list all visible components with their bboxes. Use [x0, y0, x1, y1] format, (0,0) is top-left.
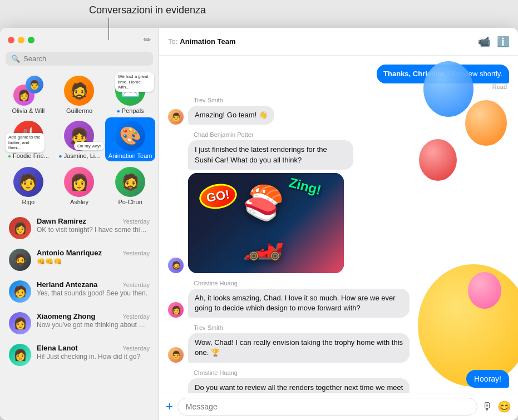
- msg-row-christine2: 👩 Do you want to review all the renders …: [168, 378, 509, 393]
- conv-header-dawn: Dawn Ramirez Yesterday: [37, 217, 150, 225]
- outgoing-bubble-top: Thanks, Christine. I'll review shortly.: [377, 65, 509, 83]
- sender-name-trev1: Trev Smith: [194, 97, 509, 103]
- search-icon: 🔍: [11, 55, 20, 63]
- traffic-lights: [8, 37, 34, 43]
- conv-item-herland[interactable]: 🧑 Herland Antezana Yesterday Yes, that s…: [2, 276, 156, 307]
- avatar-guillermo: 🧔: [64, 76, 94, 106]
- bubble-christine1: Ah, it looks amazing, Chad. I love it so…: [188, 289, 410, 318]
- sushi-car-emoji: 🍣🏎️: [243, 183, 320, 262]
- conv-item-antonio[interactable]: 🧔 Antonio Manriquez Yesterday 👊👊👊: [2, 244, 156, 275]
- conv-item-xiaomeng[interactable]: 👩 Xiaomeng Zhong Yesterday Now you've go…: [2, 308, 156, 339]
- chat-header-actions: 📹 ℹ️: [478, 36, 509, 48]
- video-call-button[interactable]: 📹: [478, 36, 490, 48]
- conv-name-xiaomeng: Xiaomeng Zhong: [37, 312, 95, 320]
- avatar-ashley: 👩: [64, 167, 94, 197]
- msg-group-christine1: Christine Huang 👩 Ah, it looks amazing, …: [168, 280, 509, 318]
- conv-name-antonio: Antonio Manriquez: [37, 249, 102, 257]
- pinned-item-rigo[interactable]: 🧑 Rigo: [3, 164, 53, 207]
- pinned-name-jasmine: ● Jasmine, Li...: [59, 152, 100, 159]
- conv-item-dawn[interactable]: 👩 Dawn Ramirez Yesterday OK to visit ton…: [2, 213, 156, 244]
- msg-row-chad1: 🧔 I just finished the latest renderings …: [168, 140, 509, 273]
- conv-header-xiaomeng: Xiaomeng Zhong Yesterday: [37, 312, 150, 320]
- titlebar: ✏: [0, 28, 159, 50]
- pinned-item-jasmine[interactable]: On my way! 👧 ● Jasmine, Li...: [55, 117, 105, 161]
- pinned-name-foodie: ● Foodie Frie...: [8, 152, 49, 159]
- sidebar: ✏ 🔍 👩 👨 Olivia & Will 🧔: [0, 28, 159, 420]
- chat-header: To: Animation Team 📹 ℹ️: [159, 28, 518, 56]
- conv-time-dawn: Yesterday: [122, 218, 150, 225]
- conv-name-herland: Herland Antezana: [37, 280, 97, 289]
- search-bar: 🔍: [6, 52, 153, 66]
- conv-content-elena: Elena Lanot Yesterday Hi! Just checking …: [37, 344, 150, 360]
- conversation-list: 👩 Dawn Ramirez Yesterday OK to visit ton…: [0, 210, 159, 420]
- conv-name-dawn: Dawn Ramirez: [37, 217, 86, 225]
- conv-header-herland: Herland Antezana Yesterday: [37, 280, 150, 289]
- pinned-item-guillermo[interactable]: 🧔 Guillermo: [55, 72, 105, 116]
- audio-button[interactable]: 🎙: [482, 401, 493, 413]
- read-receipt: Read: [492, 83, 507, 90]
- add-button[interactable]: +: [166, 401, 173, 413]
- conv-avatar-dawn: 👩: [9, 217, 31, 239]
- pinned-item-ashley[interactable]: 👩 Ashley: [55, 164, 105, 207]
- info-button[interactable]: ℹ️: [497, 36, 509, 48]
- chad-content: I just finished the latest renderings fo…: [188, 140, 443, 273]
- pinned-item-animation-team[interactable]: 🎨 Animation Team: [105, 117, 155, 161]
- msg-row-trev1: 👨 Amazing! Go team! 👋: [168, 106, 509, 125]
- pinned-item-olivia-will[interactable]: 👩 👨 Olivia & Will: [3, 72, 53, 116]
- emoji-button[interactable]: 😊: [497, 400, 511, 413]
- speech-bubble-jasmine: On my way!: [74, 142, 104, 150]
- msg-avatar-christine1: 👩: [168, 302, 184, 318]
- msg-row-trev2: 👨 Wow, Chad! I can really envision takin…: [168, 333, 509, 362]
- sushi-car-image: GO! Zing! 🍣🏎️: [188, 173, 344, 273]
- conv-time-elena: Yesterday: [122, 345, 150, 352]
- conv-avatar-herland: 🧑: [9, 280, 31, 303]
- sender-name-christine1: Christine Huang: [194, 280, 509, 286]
- maximize-button[interactable]: [28, 37, 34, 43]
- conv-header-antonio: Antonio Manriquez Yesterday: [37, 249, 150, 257]
- bubble-chad1: I just finished the latest renderings fo…: [188, 140, 353, 169]
- conv-content-herland: Herland Antezana Yesterday Yes, that sou…: [37, 280, 150, 297]
- conv-preview-xiaomeng: Now you've got me thinking about my next…: [37, 321, 150, 329]
- msg-avatar-trev2: 👨: [168, 347, 184, 363]
- msg-group-trev2: Trev Smith 👨 Wow, Chad! I can really env…: [168, 324, 509, 362]
- close-button[interactable]: [8, 37, 14, 43]
- conv-name-elena: Elena Lanot: [37, 344, 78, 352]
- speech-bubble-penpals: We had a great time. Home with...: [115, 72, 154, 92]
- pinned-name-olivia-will: Olivia & Will: [12, 107, 45, 114]
- pinned-item-penpals[interactable]: We had a great time. Home with... ✉️ ● P…: [105, 72, 155, 116]
- conv-preview-antonio: 👊👊👊: [37, 258, 150, 265]
- hooray-bubble: Hooray!: [466, 370, 509, 388]
- pinned-grid: 👩 👨 Olivia & Will 🧔 Guillermo We had a g…: [3, 72, 155, 161]
- pinned-grid-lower: 🧑 Rigo 👩 Ashley 🧔 Po-Chun: [3, 164, 155, 207]
- conv-item-elena[interactable]: 👩 Elena Lanot Yesterday Hi! Just checkin…: [2, 339, 156, 370]
- conv-time-antonio: Yesterday: [122, 250, 150, 256]
- msg-group-trev1: Trev Smith 👨 Amazing! Go team! 👋: [168, 97, 509, 125]
- conv-avatar-antonio: 🧔: [9, 249, 31, 271]
- conv-content-dawn: Dawn Ramirez Yesterday OK to visit tonig…: [37, 217, 150, 234]
- tooltip-label: Conversazioni in evidenza: [89, 4, 206, 16]
- msg-avatar-trev1: 👨: [168, 109, 184, 125]
- conv-content-antonio: Antonio Manriquez Yesterday 👊👊👊: [37, 249, 150, 265]
- avatar-will: 👨: [26, 76, 43, 93]
- pinned-item-pochun[interactable]: 🧔 Po-Chun: [105, 164, 155, 207]
- avatar-rigo: 🧑: [13, 167, 43, 197]
- minimize-button[interactable]: [18, 37, 24, 43]
- conv-header-elena: Elena Lanot Yesterday: [37, 344, 150, 352]
- sender-name-chad1: Chad Benjamin Potter: [194, 131, 509, 138]
- chat-area: To: Animation Team 📹 ℹ️ Thanks, Christin…: [159, 28, 518, 420]
- bubble-christine2: Do you want to review all the renders to…: [188, 378, 410, 393]
- message-input[interactable]: [177, 398, 477, 416]
- pinned-section: 👩 👨 Olivia & Will 🧔 Guillermo We had a g…: [0, 70, 159, 210]
- search-input[interactable]: [23, 55, 147, 63]
- speech-bubble-foodie: Add garlic to the butter, and then...: [6, 133, 45, 152]
- conv-time-herland: Yesterday: [122, 281, 150, 288]
- avatar-animation-team: 🎨: [115, 121, 145, 151]
- sender-name-trev2: Trev Smith: [194, 324, 509, 331]
- msg-avatar-chad1: 🧔: [168, 258, 184, 273]
- sender-name-christine2: Christine Huang: [194, 369, 509, 376]
- conv-content-xiaomeng: Xiaomeng Zhong Yesterday Now you've got …: [37, 312, 150, 329]
- compose-button[interactable]: ✏: [144, 34, 151, 45]
- pinned-item-foodie[interactable]: Add garlic to the butter, and then... 🍴 …: [3, 117, 53, 161]
- conv-preview-elena: Hi! Just checking in. How did it go?: [37, 353, 150, 360]
- conv-preview-herland: Yes, that sounds good! See you then.: [37, 289, 150, 297]
